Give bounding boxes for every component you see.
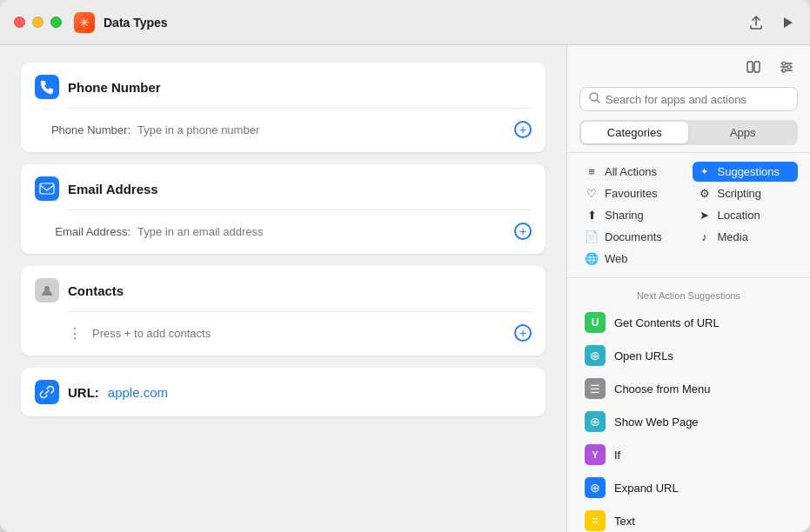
phone-number-field: Phone Number: +: [35, 116, 532, 140]
media-icon: ♪: [698, 230, 712, 243]
category-sharing[interactable]: ⬆ Sharing: [579, 205, 686, 225]
text-icon: =: [585, 510, 606, 531]
titlebar-actions: [747, 14, 796, 31]
url-label: URL:: [68, 385, 99, 400]
email-field-label: Email Address:: [35, 225, 131, 238]
text-label: Text: [614, 515, 635, 528]
media-label: Media: [718, 230, 748, 243]
suggestion-choose-from-menu[interactable]: ☰ Choose from Menu: [572, 372, 805, 405]
suggestions-title: Next Action Suggestions: [567, 285, 810, 306]
category-documents[interactable]: 📄 Documents: [579, 227, 686, 247]
category-location[interactable]: ➤ Location: [693, 205, 799, 225]
category-media[interactable]: ♪ Media: [693, 227, 799, 247]
search-icon: [589, 92, 600, 106]
right-header: Categories Apps: [567, 45, 810, 153]
contacts-card-header: Contacts: [35, 278, 532, 303]
suggestion-text[interactable]: = Text: [572, 504, 805, 532]
category-web[interactable]: 🌐 Web: [579, 249, 686, 269]
show-web-page-label: Show Web Page: [614, 416, 699, 429]
suggestions-icon: ✦: [698, 166, 712, 177]
email-add-button[interactable]: +: [514, 223, 532, 240]
segmented-control: Categories Apps: [579, 120, 798, 145]
contacts-title: Contacts: [68, 283, 124, 298]
svg-line-11: [597, 100, 599, 103]
suggestion-open-urls[interactable]: ⊕ Open URLs: [572, 339, 805, 372]
minimize-button[interactable]: [32, 17, 44, 28]
svg-rect-3: [754, 62, 760, 72]
card-header: Phone Number: [35, 75, 532, 99]
suggestions-section: Next Action Suggestions U Get Contents o…: [567, 278, 810, 532]
suggestion-show-web-page[interactable]: ⊕ Show Web Page: [572, 405, 805, 438]
choose-from-menu-icon: ☰: [585, 378, 606, 399]
url-icon: [35, 380, 59, 404]
phone-add-button[interactable]: +: [514, 121, 532, 138]
choose-from-menu-label: Choose from Menu: [614, 382, 711, 396]
location-label: Location: [718, 209, 760, 222]
contacts-dots: ⋮: [68, 325, 82, 342]
search-input[interactable]: [606, 93, 788, 106]
favourites-icon: ♡: [585, 187, 599, 200]
maximize-button[interactable]: [50, 17, 62, 28]
categories-grid: ≡ All Actions ✦ Suggestions ♡ Favourites…: [567, 153, 810, 278]
email-input[interactable]: [137, 225, 507, 238]
filter-button[interactable]: [775, 56, 798, 78]
contacts-add-button[interactable]: +: [514, 324, 532, 342]
expand-url-icon: ⊕: [585, 477, 606, 498]
share-button[interactable]: [747, 14, 765, 31]
right-panel: Categories Apps ≡ All Actions ✦ Suggesti…: [566, 45, 810, 532]
url-card: URL: apple.com: [21, 368, 546, 416]
category-suggestions[interactable]: ✦ Suggestions: [693, 162, 799, 182]
suggestion-get-contents-url[interactable]: U Get Contents of URL: [572, 306, 805, 339]
favourites-label: Favourites: [605, 187, 658, 200]
suggestion-expand-url[interactable]: ⊕ Expand URL: [572, 471, 805, 504]
contacts-icon: [35, 278, 59, 303]
category-all-actions[interactable]: ≡ All Actions: [579, 162, 686, 182]
email-card-header: Email Address: [35, 176, 532, 201]
all-actions-label: All Actions: [605, 165, 657, 178]
svg-rect-0: [40, 183, 54, 194]
sharing-icon: ⬆: [585, 209, 599, 222]
library-button[interactable]: [742, 56, 765, 78]
apps-tab[interactable]: Apps: [690, 122, 797, 143]
if-icon: Y: [585, 444, 606, 465]
email-address-title: Email Address: [68, 182, 158, 196]
app-icon: ✳: [74, 12, 95, 33]
web-label: Web: [605, 252, 628, 265]
sharing-label: Sharing: [605, 209, 644, 222]
expand-url-label: Expand URL: [614, 482, 679, 495]
if-label: If: [614, 449, 620, 462]
get-contents-url-icon: U: [585, 312, 606, 333]
search-bar: [579, 87, 798, 111]
svg-point-8: [787, 65, 791, 69]
svg-point-7: [782, 62, 786, 65]
category-favourites[interactable]: ♡ Favourites: [579, 183, 686, 203]
contacts-input[interactable]: [92, 327, 507, 340]
location-icon: ➤: [698, 209, 712, 222]
category-scripting[interactable]: ⚙ Scripting: [693, 183, 799, 203]
email-address-card: Email Address Email Address: +: [21, 164, 546, 254]
window-title: Data Types: [104, 16, 168, 30]
categories-tab[interactable]: Categories: [581, 122, 688, 143]
show-web-page-icon: ⊕: [585, 411, 606, 432]
close-button[interactable]: [14, 17, 25, 28]
left-panel: Phone Number Phone Number: +: [0, 45, 566, 532]
phone-number-title: Phone Number: [68, 80, 161, 95]
email-icon: [35, 176, 59, 201]
url-value[interactable]: apple.com: [108, 385, 168, 400]
traffic-lights: [14, 17, 62, 28]
scripting-label: Scripting: [718, 187, 762, 200]
phone-input[interactable]: [137, 123, 507, 136]
scripting-icon: ⚙: [698, 187, 712, 200]
play-button[interactable]: [779, 14, 796, 31]
open-urls-icon: ⊕: [585, 345, 606, 366]
right-toolbar: [579, 56, 798, 78]
contacts-add-row: ⋮ +: [35, 319, 532, 343]
all-actions-icon: ≡: [585, 165, 599, 178]
phone-number-card: Phone Number Phone Number: +: [21, 63, 546, 152]
app-window: ✳ Data Types: [0, 0, 810, 532]
suggestion-if[interactable]: Y If: [572, 438, 805, 471]
main-content: Phone Number Phone Number: +: [0, 45, 810, 532]
documents-icon: 📄: [585, 230, 599, 243]
documents-label: Documents: [605, 230, 662, 243]
get-contents-url-label: Get Contents of URL: [614, 316, 720, 329]
